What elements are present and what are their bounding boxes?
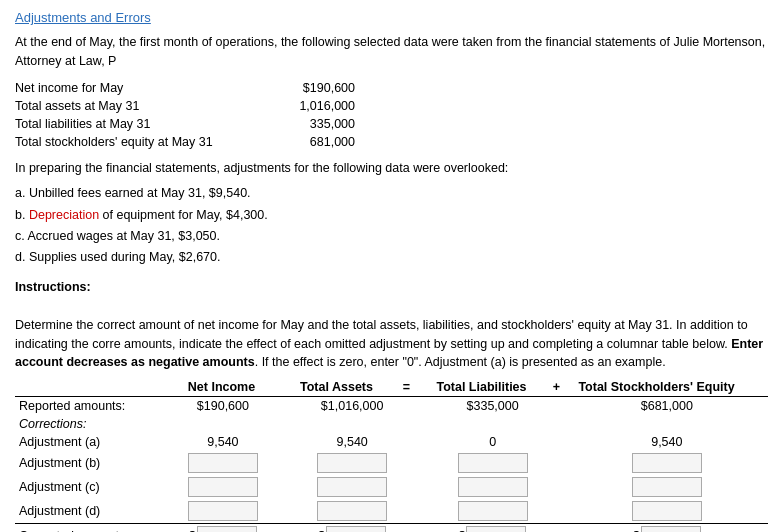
row-label-adj-a: Adjustment (a): [15, 433, 161, 451]
table-row-corrections-label: Corrections:: [15, 415, 768, 433]
row-net-income-adj-d[interactable]: [161, 499, 285, 524]
row-total-assets-adj-c[interactable]: [285, 475, 420, 499]
adjustment-item-a: a. Unbilled fees earned at May 31, $9,54…: [15, 183, 768, 204]
row-net-income-reported: $190,600: [161, 397, 285, 416]
row-net-income-corrected[interactable]: $: [161, 524, 285, 533]
row-total-assets-corrected[interactable]: $: [285, 524, 420, 533]
input-total-liabilities-corrected[interactable]: [466, 526, 526, 532]
input-total-assets-b[interactable]: [317, 453, 387, 473]
row-total-liabilities-adj-a: 0: [420, 433, 566, 451]
input-stockholders-equity-corrected[interactable]: [641, 526, 701, 532]
row-total-liabilities-reported: $335,000: [420, 397, 566, 416]
row-label-adj-d: Adjustment (d): [15, 499, 161, 524]
financial-value-2: 1,016,000: [255, 99, 375, 113]
input-net-income-b[interactable]: [188, 453, 258, 473]
input-total-liabilities-d[interactable]: [458, 501, 528, 521]
instructions-label: Instructions:: [15, 280, 91, 294]
row-total-assets-reported: $1,016,000: [285, 397, 420, 416]
instructions-end: . If the effect is zero, enter "0". Adju…: [255, 355, 666, 369]
table-row-adjustment-b: Adjustment (b): [15, 451, 768, 475]
row-net-income-adj-b[interactable]: [161, 451, 285, 475]
item-b-prefix: b.: [15, 208, 29, 222]
adjustments-intro: In preparing the financial statements, a…: [15, 159, 768, 178]
financial-value-4: 681,000: [255, 135, 375, 149]
financial-row-4: Total stockholders' equity at May 31 681…: [15, 135, 768, 149]
input-net-income-corrected[interactable]: [197, 526, 257, 532]
table-row-adjustment-d: Adjustment (d): [15, 499, 768, 524]
input-net-income-c[interactable]: [188, 477, 258, 497]
header-total-liabilities: Total Liabilities: [417, 380, 547, 394]
row-stockholders-equity-adj-b[interactable]: [566, 451, 768, 475]
header-total-assets: Total Assets: [277, 380, 397, 394]
adjustment-item-b: b. Depreciation of equipment for May, $4…: [15, 205, 768, 226]
intro-paragraph: At the end of May, the first month of op…: [15, 33, 768, 71]
input-total-liabilities-c[interactable]: [458, 477, 528, 497]
financial-label-2: Total assets at May 31: [15, 99, 255, 113]
row-total-liabilities-adj-b[interactable]: [420, 451, 566, 475]
input-stockholders-equity-b[interactable]: [632, 453, 702, 473]
instructions-section: Instructions: Determine the correct amou…: [15, 278, 768, 372]
row-total-liabilities-adj-d[interactable]: [420, 499, 566, 524]
row-label-adj-c: Adjustment (c): [15, 475, 161, 499]
depreciation-link: Depreciation: [29, 208, 99, 222]
row-total-assets-adj-b[interactable]: [285, 451, 420, 475]
input-total-assets-c[interactable]: [317, 477, 387, 497]
row-stockholders-equity-reported: $681,000: [566, 397, 768, 416]
input-total-assets-corrected[interactable]: [326, 526, 386, 532]
table-section: Net Income Total Assets = Total Liabilit…: [15, 380, 768, 532]
financial-label-4: Total stockholders' equity at May 31: [15, 135, 255, 149]
adjustment-item-d: d. Supplies used during May, $2,670.: [15, 247, 768, 268]
table-row-corrected: Corrected amounts $ $ $: [15, 524, 768, 533]
row-label-adj-b: Adjustment (b): [15, 451, 161, 475]
row-total-assets-adj-d[interactable]: [285, 499, 420, 524]
page-title: Adjustments and Errors: [15, 10, 768, 25]
adjustment-item-c: c. Accrued wages at May 31, $3,050.: [15, 226, 768, 247]
row-total-liabilities-adj-c[interactable]: [420, 475, 566, 499]
row-stockholders-equity-corrected[interactable]: $: [566, 524, 768, 533]
table-row-adjustment-c: Adjustment (c): [15, 475, 768, 499]
header-equals: =: [397, 380, 417, 394]
input-total-liabilities-b[interactable]: [458, 453, 528, 473]
input-total-assets-d[interactable]: [317, 501, 387, 521]
instructions-body: Determine the correct amount of net inco…: [15, 318, 748, 351]
input-stockholders-equity-d[interactable]: [632, 501, 702, 521]
row-label-reported: Reported amounts:: [15, 397, 161, 416]
row-total-assets-adj-a: 9,540: [285, 433, 420, 451]
row-net-income-adj-c[interactable]: [161, 475, 285, 499]
financial-value-3: 335,000: [255, 117, 375, 131]
financial-data: Net income for May $190,600 Total assets…: [15, 81, 768, 149]
row-stockholders-equity-adj-c[interactable]: [566, 475, 768, 499]
row-stockholders-equity-adj-a: 9,540: [566, 433, 768, 451]
corrections-label: Corrections:: [15, 415, 161, 433]
header-plus: +: [547, 380, 567, 394]
input-net-income-d[interactable]: [188, 501, 258, 521]
adjustments-list: a. Unbilled fees earned at May 31, $9,54…: [15, 183, 768, 268]
column-headers: Net Income Total Assets = Total Liabilit…: [15, 380, 768, 394]
row-net-income-adj-a: 9,540: [161, 433, 285, 451]
row-stockholders-equity-adj-d[interactable]: [566, 499, 768, 524]
financial-label-3: Total liabilities at May 31: [15, 117, 255, 131]
table-row-reported: Reported amounts: $190,600 $1,016,000 $3…: [15, 397, 768, 416]
table-row-adjustment-a: Adjustment (a) 9,540 9,540 0 9,540: [15, 433, 768, 451]
financial-row-2: Total assets at May 31 1,016,000: [15, 99, 768, 113]
financial-row-3: Total liabilities at May 31 335,000: [15, 117, 768, 131]
input-stockholders-equity-c[interactable]: [632, 477, 702, 497]
header-net-income: Net Income: [167, 380, 277, 394]
financial-label-1: Net income for May: [15, 81, 255, 95]
financial-row-1: Net income for May $190,600: [15, 81, 768, 95]
item-b-suffix: of equipment for May, $4,300.: [99, 208, 268, 222]
header-stockholders-equity: Total Stockholders' Equity: [567, 380, 747, 394]
financial-value-1: $190,600: [255, 81, 375, 95]
row-total-liabilities-corrected[interactable]: $: [420, 524, 566, 533]
adjustments-table: Reported amounts: $190,600 $1,016,000 $3…: [15, 396, 768, 532]
row-label-corrected: Corrected amounts: [15, 524, 161, 533]
